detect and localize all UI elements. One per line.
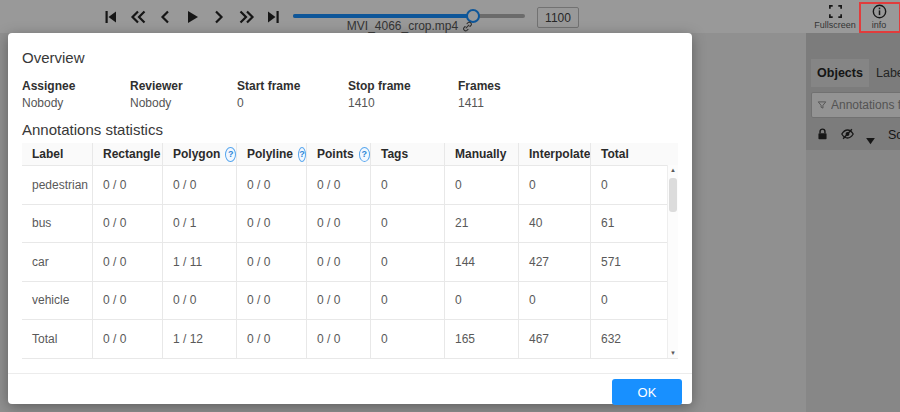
cvat-annotation-screen: MVI_4066_crop.mp4 Fullscreen info Object…	[0, 0, 900, 412]
cell: 0 / 0	[92, 205, 162, 243]
table-row-pedestrian: pedestrian 0 / 0 0 / 0 0 / 0 0 / 0 0 0 0…	[22, 166, 678, 205]
col-polygon: Polygon?	[162, 143, 236, 165]
cell: 40	[518, 205, 590, 243]
cell: 0 / 0	[236, 205, 306, 243]
cell: 0 / 0	[306, 243, 370, 281]
field-value: 0	[237, 96, 348, 110]
field-stop-frame: Stop frame 1410	[348, 79, 458, 110]
cell: 0	[590, 282, 678, 320]
col-rectangle: Rectangle?	[92, 143, 162, 165]
col-points: Points?	[306, 143, 370, 165]
field-label: Reviewer	[130, 79, 237, 93]
cell: 0	[518, 282, 590, 320]
col-tags: Tags	[370, 143, 444, 165]
cell: 0 / 0	[236, 282, 306, 320]
field-start-frame: Start frame 0	[237, 79, 348, 110]
cell: 21	[444, 205, 518, 243]
table-row-bus: bus 0 / 0 0 / 1 0 / 0 0 / 0 0 21 40 61	[22, 205, 678, 244]
ok-button[interactable]: OK	[612, 379, 682, 405]
field-value: 1411	[458, 96, 558, 110]
field-reviewer: Reviewer Nobody	[130, 79, 237, 110]
cell: 632	[590, 320, 678, 358]
cell: 0 / 0	[236, 243, 306, 281]
table-row-car: car 0 / 0 1 / 11 0 / 0 0 / 0 0 144 427 5…	[22, 243, 678, 282]
cell: 0 / 0	[92, 243, 162, 281]
field-value: Nobody	[22, 96, 130, 110]
table-header-row: Label Rectangle? Polygon? Polyline? Poin…	[22, 143, 678, 166]
table-row-vehicle: vehicle 0 / 0 0 / 0 0 / 0 0 / 0 0 0 0 0	[22, 282, 678, 321]
cell: 0 / 0	[306, 320, 370, 358]
question-circle-icon[interactable]: ?	[298, 147, 306, 162]
cell: 0	[370, 243, 444, 281]
cell: bus	[22, 205, 92, 243]
cell: Total	[22, 320, 92, 358]
cell: 0 / 0	[306, 205, 370, 243]
cell: 0	[444, 166, 518, 204]
scroll-up-icon[interactable]: ▲	[668, 167, 678, 173]
job-info-modal: Overview Assignee Nobody Reviewer Nobody…	[8, 33, 692, 404]
overview-title: Overview	[22, 49, 85, 66]
field-value: 1410	[348, 96, 458, 110]
cell: 0 / 1	[162, 205, 236, 243]
cell: 0 / 0	[92, 282, 162, 320]
question-circle-icon[interactable]: ?	[225, 147, 236, 162]
cell: 0 / 0	[92, 320, 162, 358]
scrollbar-thumb[interactable]	[669, 178, 677, 212]
cell: 0 / 0	[162, 282, 236, 320]
cell: 144	[444, 243, 518, 281]
cell: 165	[444, 320, 518, 358]
field-assignee: Assignee Nobody	[22, 79, 130, 110]
modal-footer-divider	[8, 373, 692, 374]
table-row-total: Total 0 / 0 1 / 12 0 / 0 0 / 0 0 165 467…	[22, 320, 678, 359]
cell: 0	[370, 166, 444, 204]
col-manually: Manually	[444, 143, 518, 165]
field-label: Frames	[458, 79, 558, 93]
cell: 0 / 0	[92, 166, 162, 204]
statistics-table: Label Rectangle? Polygon? Polyline? Poin…	[22, 143, 678, 358]
cell: 0	[370, 205, 444, 243]
field-label: Start frame	[237, 79, 348, 93]
overview-fields: Assignee Nobody Reviewer Nobody Start fr…	[22, 79, 558, 110]
cell: 0 / 0	[236, 166, 306, 204]
field-label: Stop frame	[348, 79, 458, 93]
col-label: Label	[22, 143, 92, 165]
question-circle-icon[interactable]: ?	[359, 147, 370, 162]
col-total: Total	[590, 143, 678, 165]
cell: vehicle	[22, 282, 92, 320]
field-frames: Frames 1411	[458, 79, 558, 110]
cell: car	[22, 243, 92, 281]
cell: 1 / 11	[162, 243, 236, 281]
cell: 0	[590, 166, 678, 204]
cell: 0 / 0	[162, 166, 236, 204]
cell: 571	[590, 243, 678, 281]
cell: 0 / 0	[236, 320, 306, 358]
scroll-down-icon[interactable]: ▼	[668, 350, 678, 356]
cell: 0 / 0	[306, 166, 370, 204]
cell: 0	[370, 282, 444, 320]
field-value: Nobody	[130, 96, 237, 110]
table-scrollbar[interactable]: ▲ ▼	[667, 165, 678, 358]
cell: 0	[370, 320, 444, 358]
cell: 427	[518, 243, 590, 281]
cell: 0 / 0	[306, 282, 370, 320]
cell: 0	[518, 166, 590, 204]
cell: 467	[518, 320, 590, 358]
cell: 0	[444, 282, 518, 320]
info-highlight-box	[859, 2, 900, 33]
cell: 61	[590, 205, 678, 243]
cell: 1 / 12	[162, 320, 236, 358]
col-interpolated: Interpolated	[518, 143, 590, 165]
cell: pedestrian	[22, 166, 92, 204]
col-polyline: Polyline?	[236, 143, 306, 165]
statistics-title: Annotations statistics	[22, 121, 163, 138]
field-label: Assignee	[22, 79, 130, 93]
